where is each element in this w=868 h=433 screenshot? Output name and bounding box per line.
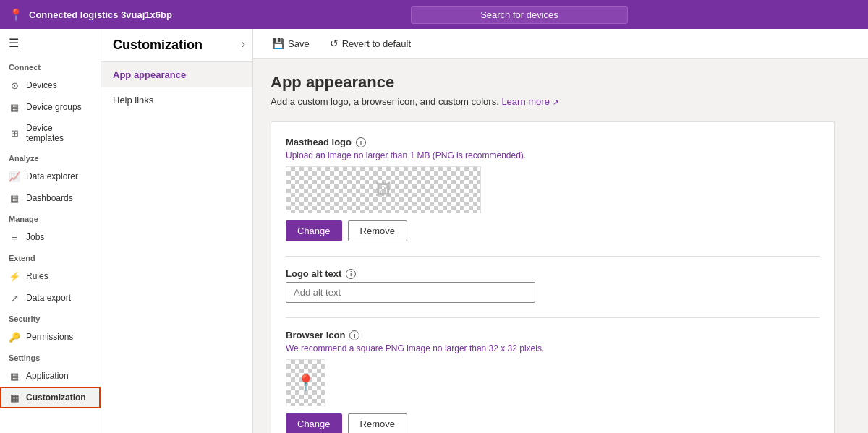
masthead-change-button[interactable]: Change bbox=[286, 220, 342, 241]
sidebar-item-application[interactable]: ▦ Application bbox=[0, 365, 101, 387]
revert-label: Revert to default bbox=[342, 38, 411, 49]
subtitle-text: Add a custom logo, a browser icon, and c… bbox=[271, 96, 501, 107]
sidebar-label-devices: Devices bbox=[26, 80, 57, 90]
masthead-logo-text: Masthead logo bbox=[286, 137, 352, 147]
hamburger-button[interactable]: ☰ bbox=[0, 29, 101, 57]
main-layout: ☰ Connect ⊙ Devices ▦ Device groups ⊞ De… bbox=[0, 29, 868, 433]
masthead-logo-preview: 🖼 bbox=[286, 166, 481, 213]
location-icon: 📍 bbox=[9, 8, 23, 22]
sidebar-item-device-groups[interactable]: ▦ Device groups bbox=[0, 96, 101, 118]
section-extend: Extend bbox=[0, 248, 101, 265]
browser-icon-text: Browser icon bbox=[286, 330, 345, 340]
sidebar-label-dashboards: Dashboards bbox=[26, 193, 73, 203]
learn-more-label: Learn more bbox=[501, 96, 549, 107]
help-links-label: Help links bbox=[113, 95, 153, 106]
divider-2 bbox=[286, 317, 820, 318]
toolbar: 💾 Save ↺ Revert to default bbox=[253, 29, 868, 59]
section-analyze: Analyze bbox=[0, 148, 101, 166]
browser-icon-remove-button[interactable]: Remove bbox=[348, 413, 407, 433]
save-button[interactable]: 💾 Save bbox=[268, 35, 314, 52]
permissions-icon: 🔑 bbox=[9, 331, 20, 343]
sidebar-item-dashboards[interactable]: ▦ Dashboards bbox=[0, 187, 101, 209]
masthead-logo-label: Masthead logo i bbox=[286, 137, 820, 147]
sidebar-item-customization[interactable]: ▦ Customization bbox=[0, 387, 101, 408]
data-export-icon: ↗ bbox=[9, 292, 20, 304]
section-connect: Connect bbox=[0, 57, 101, 74]
masthead-logo-buttons: Change Remove bbox=[286, 220, 820, 241]
section-settings: Settings bbox=[0, 348, 101, 365]
middle-panel-item-app-appearance[interactable]: App appearance bbox=[101, 62, 252, 87]
device-templates-icon: ⊞ bbox=[9, 127, 20, 139]
sidebar-label-permissions: Permissions bbox=[26, 332, 73, 342]
sidebar-item-device-templates[interactable]: ⊞ Device templates bbox=[0, 118, 101, 148]
sidebar-label-application: Application bbox=[26, 371, 69, 381]
device-groups-icon: ▦ bbox=[9, 101, 20, 113]
logo-alt-text-group: Logo alt text i bbox=[286, 268, 820, 303]
search-placeholder: Search for devices bbox=[480, 9, 558, 20]
sidebar-item-data-export[interactable]: ↗ Data export bbox=[0, 287, 101, 309]
masthead-logo-hint: Upload an image no larger than 1 MB (PNG… bbox=[286, 150, 820, 160]
browser-icon-change-label: Change bbox=[297, 419, 331, 429]
logo-alt-text-text: Logo alt text bbox=[286, 268, 341, 279]
page-title: App appearance bbox=[271, 73, 851, 92]
masthead-logo-info-icon[interactable]: i bbox=[356, 137, 366, 147]
middle-panel-item-help-links[interactable]: Help links bbox=[101, 87, 252, 113]
revert-button[interactable]: ↺ Revert to default bbox=[326, 35, 415, 52]
customization-icon: ▦ bbox=[9, 392, 20, 403]
browser-icon-group: Browser icon i We recommend a square PNG… bbox=[286, 330, 820, 433]
logo-alt-text-input[interactable] bbox=[286, 282, 535, 303]
browser-icon-remove-label: Remove bbox=[360, 419, 395, 429]
top-nav: 📍 Connected logistics 3vuaj1x6bp Search … bbox=[0, 0, 868, 29]
sidebar-item-permissions[interactable]: 🔑 Permissions bbox=[0, 326, 101, 348]
browser-icon-hint: We recommend a square PNG image no large… bbox=[286, 343, 820, 353]
browser-icon-change-button[interactable]: Change bbox=[286, 413, 342, 433]
logo-alt-text-label: Logo alt text i bbox=[286, 268, 820, 279]
page-subtitle: Add a custom logo, a browser icon, and c… bbox=[271, 96, 851, 107]
application-icon: ▦ bbox=[9, 370, 20, 382]
search-bar[interactable]: Search for devices bbox=[411, 6, 628, 24]
sidebar-item-jobs[interactable]: ≡ Jobs bbox=[0, 226, 101, 248]
image-placeholder-icon: 🖼 bbox=[375, 181, 391, 200]
logo-alt-text-info-icon[interactable]: i bbox=[346, 269, 356, 279]
dashboards-icon: ▦ bbox=[9, 192, 20, 204]
revert-icon: ↺ bbox=[330, 38, 339, 49]
data-explorer-icon: 📈 bbox=[9, 171, 20, 182]
middle-panel: Customization › App appearance Help link… bbox=[101, 29, 253, 433]
learn-more-link[interactable]: Learn more ↗ bbox=[501, 96, 558, 107]
content-area: App appearance Add a custom logo, a brow… bbox=[253, 59, 868, 433]
sidebar-item-data-explorer[interactable]: 📈 Data explorer bbox=[0, 166, 101, 187]
save-icon: 💾 bbox=[272, 38, 284, 49]
external-link-icon: ↗ bbox=[553, 98, 558, 106]
section-manage: Manage bbox=[0, 209, 101, 226]
browser-icon-buttons: Change Remove bbox=[286, 413, 820, 433]
app-logo: 📍 Connected logistics 3vuaj1x6bp bbox=[9, 8, 172, 22]
main-content: 💾 Save ↺ Revert to default App appearanc… bbox=[253, 29, 868, 433]
sidebar-label-device-groups: Device groups bbox=[26, 102, 82, 112]
sidebar-item-rules[interactable]: ⚡ Rules bbox=[0, 265, 101, 287]
browser-icon-pin: 📍 bbox=[296, 374, 315, 393]
sidebar-item-devices[interactable]: ⊙ Devices bbox=[0, 74, 101, 96]
save-label: Save bbox=[288, 38, 310, 49]
masthead-change-label: Change bbox=[297, 226, 331, 236]
browser-icon-label: Browser icon i bbox=[286, 330, 820, 340]
app-name: Connected logistics 3vuaj1x6bp bbox=[29, 9, 172, 20]
devices-icon: ⊙ bbox=[9, 80, 20, 91]
sidebar-label-data-export: Data export bbox=[26, 293, 71, 303]
app-appearance-label: App appearance bbox=[113, 69, 186, 80]
rules-icon: ⚡ bbox=[9, 270, 20, 282]
browser-icon-info-icon[interactable]: i bbox=[349, 330, 359, 340]
masthead-logo-group: Masthead logo i Upload an image no large… bbox=[286, 137, 820, 241]
sidebar-label-customization: Customization bbox=[26, 393, 86, 403]
sidebar-label-jobs: Jobs bbox=[26, 232, 44, 242]
browser-icon-preview: 📍 bbox=[286, 359, 326, 406]
divider-1 bbox=[286, 256, 820, 257]
section-security: Security bbox=[0, 309, 101, 326]
jobs-icon: ≡ bbox=[9, 231, 20, 243]
sidebar-label-rules: Rules bbox=[26, 271, 48, 281]
masthead-remove-label: Remove bbox=[360, 226, 395, 236]
masthead-remove-button[interactable]: Remove bbox=[348, 220, 407, 241]
collapse-button[interactable]: › bbox=[242, 38, 245, 51]
middle-panel-title: Customization bbox=[101, 29, 252, 62]
sidebar-label-data-explorer: Data explorer bbox=[26, 171, 78, 181]
section-card: Masthead logo i Upload an image no large… bbox=[271, 121, 835, 433]
